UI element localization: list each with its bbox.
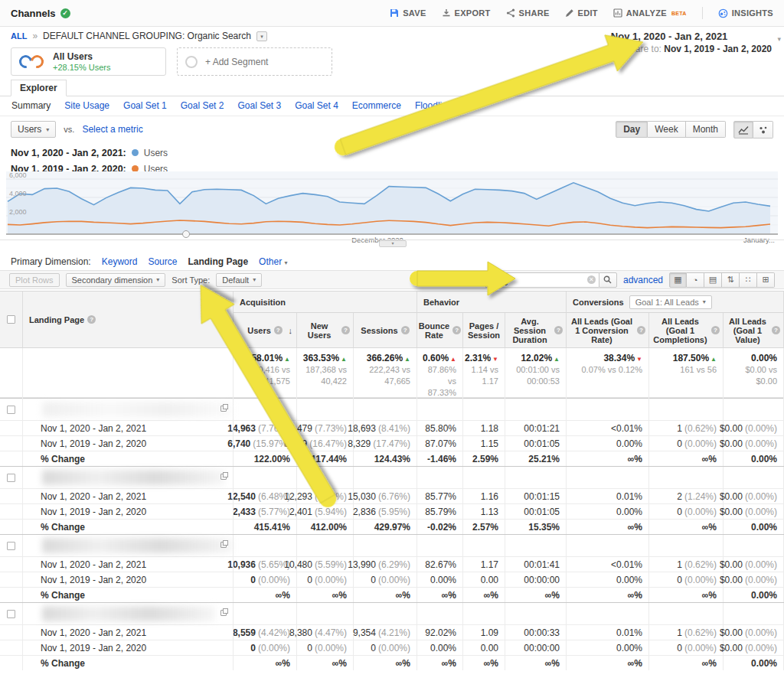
metric-cell: ∞% [567,451,649,466]
help-icon[interactable]: ? [274,326,283,334]
help-icon[interactable]: ? [637,326,645,334]
metric-cell-empty [297,603,354,624]
subtab-goal-set-1[interactable]: Goal Set 1 [123,100,167,111]
primary-dimension-label: Primary Dimension: [11,256,91,267]
external-link-icon[interactable] [220,406,227,412]
breadcrumb-all-link[interactable]: ALL [11,31,27,41]
dimension-source-link[interactable]: Source [148,256,177,267]
subtab-ecommerce[interactable]: Ecommerce [352,100,401,111]
secondary-dimension-button[interactable]: Secondary dimension▾ [66,273,166,287]
motion-chart-button[interactable] [753,121,773,138]
row-checkbox[interactable] [7,474,15,482]
granularity-day-button[interactable]: Day [616,121,648,138]
row-checkbox[interactable] [7,610,15,618]
help-icon[interactable]: ? [87,315,96,324]
help-icon[interactable]: ? [711,326,720,334]
redacted-landing-page-url[interactable] [42,538,233,553]
dimension-landing-page-active[interactable]: Landing Page [188,256,248,267]
row-checkbox[interactable] [7,406,15,414]
sort-type-button[interactable]: Default▾ [216,273,262,287]
search-input[interactable] [485,272,599,288]
view-comparison-button[interactable]: ⇅ [722,272,740,288]
metric-cell: <0.01% [567,421,649,435]
save-button[interactable]: SAVE [390,8,426,18]
date-range-primary: Nov 1, 2020 - Jan 2, 2021 [611,31,772,42]
external-link-icon[interactable] [220,474,227,480]
share-button[interactable]: SHARE [506,8,550,18]
select-metric-link[interactable]: Select a metric [82,124,142,135]
redacted-landing-page-url[interactable] [42,470,224,485]
clear-search-icon[interactable]: ✕ [587,275,596,284]
table-subrow-previous: Nov 1, 2019 - Jan 2, 20200(0.00%)0(0.00%… [0,572,784,587]
subtab-floodlight[interactable]: Floodlight [415,100,455,111]
redacted-landing-page-url[interactable] [42,606,215,621]
metric-cell-empty [297,535,354,556]
dimension-keyword-link[interactable]: Keyword [102,256,138,267]
subtab-goal-set-4[interactable]: Goal Set 4 [295,100,338,111]
help-icon[interactable]: ? [772,326,780,334]
view-performance-button[interactable]: ▤ [704,272,722,288]
redacted-landing-page-url[interactable] [42,402,233,417]
edit-button[interactable]: EDIT [565,8,598,18]
view-percentage-button[interactable]: ◔ [687,272,704,288]
column-header-landing-page[interactable]: Landing Page? [23,292,234,348]
metric-cell: ∞% [567,656,649,670]
subtab-goal-set-2[interactable]: Goal Set 2 [181,100,224,111]
subtab-site-usage[interactable]: Site Usage [64,100,109,111]
caret-down-icon: ▾ [253,276,256,283]
column-header-sessions[interactable]: Sessions? [354,313,417,348]
select-all-checkbox[interactable] [7,315,15,324]
column-header-goal-value[interactable]: All Leads (Goal 1 Value)? [724,313,784,348]
subtab-goal-set-3[interactable]: Goal Set 3 [237,100,281,111]
subrow-label-cell: Nov 1, 2020 - Jan 2, 2021 [23,489,234,503]
column-header-conversion-rate[interactable]: All Leads (Goal 1 Conversion Rate)? [567,313,649,348]
column-header-bounce-rate[interactable]: Bounce Rate? [417,313,463,348]
help-icon[interactable]: ? [341,326,350,334]
metric-cell: ∞% [417,656,463,670]
toolbar-divider [702,7,703,19]
metric-cell: 85.80% [417,421,463,435]
granularity-week-button[interactable]: Week [648,121,685,138]
table-subrow-previous: Nov 1, 2019 - Jan 2, 20206,740(15.97%)6,… [0,435,784,451]
column-header-users[interactable]: Users?↓ [234,313,297,348]
search-button[interactable] [599,272,617,288]
analyze-button[interactable]: ANALYZEBETA [613,8,687,18]
external-link-icon[interactable] [220,542,227,548]
table-body: Nov 1, 2020 - Jan 2, 202114,963(7.76%)14… [0,398,784,670]
segment-all-users[interactable]: All Users +28.15% Users [11,47,166,76]
view-term-cloud-button[interactable]: ∷ [740,272,757,288]
column-header-avg-session-duration[interactable]: Avg. Session Duration? [505,313,567,348]
advanced-filter-link[interactable]: advanced [623,275,663,285]
export-button[interactable]: EXPORT [442,8,491,18]
date-range-selector[interactable]: Nov 1, 2020 - Jan 2, 2021 Compare to: No… [611,31,772,54]
insights-button[interactable]: INSIGHTS [718,8,773,18]
channel-dropdown[interactable]: ▾ [256,31,267,41]
view-data-table-button[interactable]: ▦ [669,272,687,288]
metric-cell: 6,659(16.47%) [297,436,354,451]
metric-cell: 00:01:15 [505,489,567,503]
external-link-icon[interactable] [220,610,227,616]
plot-rows-button[interactable]: Plot Rows [9,273,60,287]
help-icon[interactable]: ? [401,326,410,334]
subtab-summary[interactable]: Summary [11,100,51,111]
goal-selector-button[interactable]: Goal 1: All Leads▾ [629,295,712,309]
line-chart-button[interactable] [733,121,753,138]
metric-cell-empty [724,399,784,420]
dimension-other-link[interactable]: Other ▾ [259,256,287,267]
row-checkbox[interactable] [7,542,15,550]
metric-cell-empty [354,535,417,556]
column-header-new-users[interactable]: New Users? [297,313,354,348]
metric-select-button[interactable]: Users▾ [11,121,56,138]
view-pivot-button[interactable]: ⊞ [757,272,775,288]
chart-collapse-handle[interactable]: ▾ [379,240,407,247]
help-icon[interactable]: ? [554,326,563,334]
help-icon[interactable]: ? [452,326,461,334]
timeline-scrub-handle[interactable] [183,231,190,238]
tab-explorer[interactable]: Explorer [11,80,67,96]
column-header-pages-session[interactable]: Pages / Session [463,313,505,348]
column-header-completions[interactable]: All Leads (Goal 1 Completions)? [649,313,724,348]
add-segment-button[interactable]: + Add Segment [177,47,332,76]
metric-cell: 0.00% [567,436,649,451]
granularity-month-button[interactable]: Month [686,121,726,138]
metric-cell: 1.17 [463,557,505,572]
